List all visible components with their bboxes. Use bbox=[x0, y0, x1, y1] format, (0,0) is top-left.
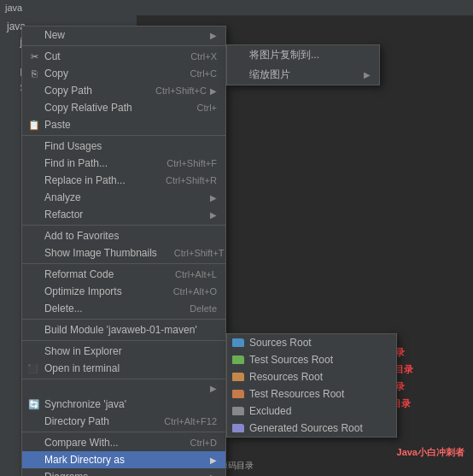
shortcut: Ctrl+Shift+F bbox=[166, 158, 217, 168]
menu-item-find-in-path[interactable]: Find in Path... Ctrl+Shift+F bbox=[22, 155, 225, 172]
context-menu: New ▶ ✂ Cut Ctrl+X ⎘ Copy Ctrl+C Copy Pa… bbox=[21, 26, 226, 476]
menu-label: New bbox=[44, 29, 65, 41]
submenu-item-test-sources-root[interactable]: Test Sources Root bbox=[227, 351, 396, 368]
sync-icon: 🔄 bbox=[27, 399, 41, 410]
shortcut: Ctrl+Shift+T bbox=[174, 248, 225, 258]
menu-label: Copy bbox=[44, 68, 68, 79]
menu-label: Diagrams bbox=[44, 471, 88, 476]
shortcut: Ctrl+Alt+L bbox=[175, 269, 217, 279]
menu-label: Copy Path bbox=[44, 85, 92, 97]
menu-label: Delete... bbox=[44, 303, 83, 314]
menu-item-add-favorites[interactable]: Add to Favorites bbox=[22, 227, 225, 244]
menu-label: Paste bbox=[44, 119, 71, 131]
mark-dir-submenu: Sources Root Test Sources Root Resources… bbox=[226, 333, 397, 438]
submenu-label: 将图片复制到... bbox=[249, 48, 319, 62]
shortcut: Ctrl+Shift+C bbox=[155, 85, 207, 96]
menu-item-delete[interactable]: Delete... Delete bbox=[22, 300, 225, 317]
separator-3 bbox=[22, 225, 225, 226]
separator-4 bbox=[22, 263, 225, 264]
menu-item-copy-relative-path[interactable]: Copy Relative Path Ctrl+ bbox=[22, 99, 225, 116]
menu-item-show-thumbnails[interactable]: Show Image Thumbnails Ctrl+Shift+T bbox=[22, 244, 225, 262]
excluded-folder-icon bbox=[232, 407, 244, 415]
menu-label: Replace in Path... bbox=[44, 174, 126, 186]
menu-label: Find Usages bbox=[44, 140, 102, 152]
arrow-icon: ▶ bbox=[210, 384, 217, 393]
menu-label: Reformat Code bbox=[44, 268, 114, 280]
menu-label: Show Image Thumbnails bbox=[44, 247, 157, 259]
shortcut: Ctrl+X bbox=[190, 51, 217, 62]
copy-icon: ⎘ bbox=[27, 68, 41, 79]
cut-icon: ✂ bbox=[27, 51, 41, 62]
menu-label: Refactor bbox=[44, 209, 83, 220]
arrow-icon: ▶ bbox=[210, 86, 217, 96]
menu-label: Synchronize 'java' bbox=[44, 398, 126, 410]
menu-item-find-usages[interactable]: Find Usages bbox=[22, 138, 225, 155]
arrow-icon: ▶ bbox=[210, 455, 217, 465]
menu-label: Open in terminal bbox=[44, 362, 120, 374]
menu-label: Mark Directory as bbox=[44, 454, 125, 466]
menu-item-copy-path[interactable]: Copy Path Ctrl+Shift+C ▶ bbox=[22, 82, 225, 99]
separator-1 bbox=[22, 45, 225, 46]
menu-item-build-module[interactable]: Build Module 'javaweb-01-maven' bbox=[22, 321, 225, 338]
menu-item-synchronize[interactable]: 🔄 Synchronize 'java' bbox=[22, 396, 225, 413]
menu-item-refactor[interactable]: Refactor ▶ bbox=[22, 206, 225, 223]
submenu-item-test-resources-root[interactable]: Test Resources Root bbox=[227, 385, 396, 403]
sources-folder-icon bbox=[232, 338, 244, 347]
separator-5 bbox=[22, 319, 225, 320]
submenu-item-generated[interactable]: Generated Sources Root bbox=[227, 420, 396, 437]
menu-item-diagrams[interactable]: Diagrams ▶ bbox=[22, 468, 225, 476]
shortcut: Ctrl+C bbox=[190, 68, 217, 79]
submenu-item-resize[interactable]: 缩放图片 ▶ bbox=[227, 65, 379, 85]
menu-item-local-history[interactable]: ▶ bbox=[22, 381, 225, 396]
menu-item-replace-in-path[interactable]: Replace in Path... Ctrl+Shift+R bbox=[22, 172, 225, 189]
arrow-icon: ▶ bbox=[210, 193, 217, 203]
menu-item-cut[interactable]: ✂ Cut Ctrl+X bbox=[22, 48, 225, 65]
menu-label: Compare With... bbox=[44, 437, 119, 449]
ide-top-bar: java bbox=[0, 0, 473, 15]
submenu-item-sources-root[interactable]: Sources Root bbox=[227, 334, 396, 351]
test-sources-folder-icon bbox=[232, 356, 244, 364]
menu-item-compare-with[interactable]: Compare With... Ctrl+D bbox=[22, 434, 225, 451]
submenu-label: Resources Root bbox=[249, 371, 323, 383]
shortcut: Delete bbox=[190, 303, 217, 314]
menu-label: Add to Favorites bbox=[44, 230, 119, 242]
test-resources-folder-icon bbox=[232, 390, 244, 398]
menu-label: Find in Path... bbox=[44, 157, 108, 169]
menu-item-show-explorer[interactable]: Show in Explorer bbox=[22, 343, 225, 360]
shortcut: Ctrl+Alt+O bbox=[173, 286, 217, 297]
submenu-item-resources-root[interactable]: Resources Root bbox=[227, 368, 396, 385]
shortcut: Ctrl+ bbox=[196, 103, 217, 113]
submenu-label: Test Sources Root bbox=[249, 354, 333, 366]
submenu-label: 缩放图片 bbox=[249, 68, 290, 82]
terminal-icon: ⬛ bbox=[27, 364, 38, 373]
arrow-icon: ▶ bbox=[210, 31, 217, 40]
resources-folder-icon bbox=[232, 373, 244, 381]
arrow-icon: ▶ bbox=[210, 473, 217, 477]
submenu-label: Generated Sources Root bbox=[249, 422, 363, 434]
menu-item-open-terminal[interactable]: ⬛ Open in terminal bbox=[22, 360, 225, 377]
menu-item-optimize-imports[interactable]: Optimize Imports Ctrl+Alt+O bbox=[22, 283, 225, 300]
menu-item-mark-directory[interactable]: Mark Directory as ▶ bbox=[22, 451, 225, 468]
watermark: Java小白冲刺者 bbox=[397, 446, 464, 459]
submenu-item-excluded[interactable]: Excluded bbox=[227, 403, 396, 420]
menu-item-copy[interactable]: ⎘ Copy Ctrl+C bbox=[22, 65, 225, 82]
ide-title: java bbox=[5, 3, 22, 13]
menu-item-reformat[interactable]: Reformat Code Ctrl+Alt+L bbox=[22, 266, 225, 283]
shortcut: Ctrl+Shift+R bbox=[166, 175, 217, 185]
separator-7 bbox=[22, 379, 225, 379]
menu-item-directory-path[interactable]: Directory Path Ctrl+Alt+F12 bbox=[22, 413, 225, 430]
menu-label: Analyze bbox=[44, 191, 81, 203]
submenu-label: Test Resources Root bbox=[249, 388, 344, 400]
menu-label: Optimize Imports bbox=[44, 285, 122, 297]
menu-label: Cut bbox=[44, 50, 61, 62]
separator-8 bbox=[22, 432, 225, 432]
separator-6 bbox=[22, 340, 225, 341]
submenu-item-copy-image[interactable]: 将图片复制到... bbox=[227, 45, 379, 65]
menu-item-new[interactable]: New ▶ bbox=[22, 26, 225, 44]
menu-item-paste[interactable]: 📋 Paste bbox=[22, 116, 225, 133]
menu-label: Directory Path bbox=[44, 415, 109, 427]
arrow-icon: ▶ bbox=[364, 70, 371, 79]
menu-item-analyze[interactable]: Analyze ▶ bbox=[22, 189, 225, 206]
copy-path-submenu: 将图片复制到... 缩放图片 ▶ bbox=[226, 44, 380, 85]
shortcut: Ctrl+Alt+F12 bbox=[164, 416, 217, 426]
